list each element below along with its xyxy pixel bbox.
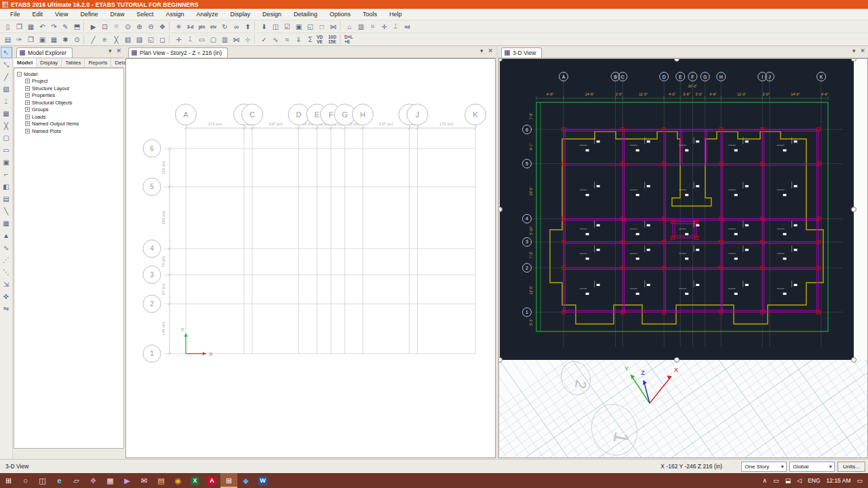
deselect-icon[interactable]: ╳ — [1, 120, 12, 131]
coord-system-select[interactable]: Global ▼ — [789, 462, 835, 472]
building-view-icon[interactable]: ⌂ — [344, 21, 355, 32]
language-indicator[interactable]: ENG — [808, 477, 820, 484]
battery-icon[interactable]: ▭ — [773, 477, 779, 484]
panel-zone-icon[interactable]: ▤ — [1, 193, 12, 205]
wave-icon[interactable]: ∿ — [1, 242, 12, 253]
capture-icon[interactable]: ✑ — [14, 34, 25, 45]
elevation-view-icon[interactable]: elv — [208, 21, 219, 32]
explorer-tab-tables[interactable]: Tables — [62, 58, 85, 67]
plan-view-icon[interactable]: pln — [196, 21, 208, 32]
tree-node-model[interactable]: −Model — [17, 70, 123, 78]
move-down-icon[interactable]: ⬇ — [258, 21, 270, 32]
slab-icon[interactable]: ▢ — [208, 34, 219, 45]
dr-icon[interactable]: ⇲ — [1, 279, 12, 290]
zoom-in-icon[interactable]: ⊕ — [134, 21, 145, 32]
etabs-icon[interactable]: ⊞ — [220, 473, 237, 488]
tree-node-named-output-items[interactable]: +Named Output Items — [25, 121, 123, 128]
zoom-out-icon[interactable]: ⊖ — [145, 21, 157, 32]
draw-slab-icon[interactable]: ▢ — [1, 132, 12, 144]
grid-icon[interactable]: ▦ — [1, 218, 12, 229]
menu-edit[interactable]: Edit — [26, 9, 50, 19]
object-shrink-icon[interactable]: ◫ — [270, 21, 281, 32]
steel-design-icon[interactable]: ⌶ — [184, 34, 196, 45]
tree-node-groups[interactable]: +Groups — [25, 106, 123, 114]
selection-handle[interactable] — [851, 58, 856, 62]
draw-ref-line-icon[interactable]: ╲ — [1, 205, 12, 217]
10d-15e-icon[interactable]: 10D 15E — [328, 34, 339, 45]
task-view-icon[interactable]: ◫ — [34, 473, 51, 488]
deck-icon[interactable]: ▥ — [219, 34, 231, 45]
network-icon[interactable]: ⬓ — [785, 477, 791, 484]
measure-icon[interactable]: ⌗ — [367, 21, 378, 32]
concrete-design-icon[interactable]: ▭ — [196, 34, 208, 45]
plan-view-canvas[interactable]: 172 (in)24 (in)137 (in)54 (in)41 (in)41 … — [125, 58, 496, 458]
reshape-object-icon[interactable]: ⤡ — [1, 59, 12, 70]
run-analysis-icon[interactable]: ▶ — [87, 21, 99, 32]
edge-icon[interactable]: e — [51, 473, 68, 488]
axes-icon[interactable]: ✛ — [378, 21, 390, 32]
chrome-icon[interactable]: ◉ — [170, 473, 186, 488]
cortana-icon[interactable]: ○ — [17, 473, 34, 488]
view3d-tab[interactable]: 3-D View — [501, 47, 542, 58]
draw-opening-icon[interactable]: ◻ — [157, 34, 168, 45]
robot-app-icon[interactable]: ◆ — [237, 473, 254, 488]
display-frames-icon[interactable]: ▣ — [293, 21, 304, 32]
tree-node-structural-objects[interactable]: +Structural Objects — [25, 99, 123, 106]
reference-point-icon[interactable]: ✛ — [173, 34, 184, 45]
quick-wall-icon[interactable]: ▨ — [134, 34, 145, 45]
mail-icon[interactable]: ✉ — [136, 473, 153, 488]
quick-frame-icon[interactable]: ≡ — [99, 34, 111, 45]
check-model-icon[interactable]: ✓ — [258, 34, 270, 45]
tables-icon[interactable]: ▦ — [48, 34, 60, 45]
properties-icon[interactable]: ✱ — [60, 34, 71, 45]
copy-icon[interactable]: ❐ — [25, 34, 37, 45]
draw-poly-icon[interactable]: ⋈ — [328, 21, 339, 32]
select-pointer-icon[interactable]: ↖ — [1, 47, 12, 58]
draw-braces-icon[interactable]: ╳ — [111, 34, 122, 45]
move-up-icon[interactable]: ⬆ — [242, 21, 254, 32]
selection-handle[interactable] — [851, 357, 856, 363]
tree-node-structure-layout[interactable]: +Structure Layout — [25, 85, 123, 92]
spectrum-icon[interactable]: ∿ — [270, 34, 281, 45]
model-explorer-tree[interactable]: −Model+Project+Structure Layout+Properti… — [14, 68, 124, 449]
cad-plan-overlay[interactable]: 4'-6"14'-6"2'-0"11'-0"4'-0"3'-6"3'-0"4'-… — [500, 59, 854, 360]
select-wall-icon[interactable]: ▦ — [1, 108, 12, 119]
section-cut-icon[interactable]: ◧ — [1, 181, 12, 192]
clock[interactable]: 12:15 AM — [827, 477, 851, 484]
draw-rect-icon[interactable]: □ — [316, 21, 328, 32]
notification-icon[interactable]: ▭ — [856, 477, 863, 484]
excel-icon[interactable]: X — [186, 473, 203, 488]
save-icon[interactable]: ▦ — [25, 21, 37, 32]
rotate-view-icon[interactable]: ↻ — [219, 21, 231, 32]
close-icon[interactable]: ✕ — [488, 48, 493, 54]
limits-icon[interactable]: ⌶ — [390, 21, 401, 32]
selection-handle[interactable] — [674, 357, 679, 363]
redo-icon[interactable]: ↷ — [48, 21, 60, 32]
select-frame-icon[interactable]: ⌶ — [1, 96, 12, 107]
flip-icon[interactable]: ⇋ — [1, 303, 12, 314]
menu-file[interactable]: File — [4, 9, 26, 19]
select-window-icon[interactable]: ▧ — [1, 83, 12, 95]
all-stories-icon[interactable]: ⋰ — [1, 254, 12, 266]
pen-icon[interactable]: ✎ — [60, 21, 71, 32]
menu-select[interactable]: Select — [130, 9, 159, 19]
photos-icon[interactable]: ❖ — [85, 473, 102, 488]
menu-analyze[interactable]: Analyze — [190, 9, 224, 19]
set-display-options-icon[interactable]: ☑ — [281, 21, 293, 32]
panel-menu-icon[interactable]: ▾ — [852, 48, 856, 54]
snap-icon[interactable]: ✳ — [173, 21, 184, 32]
close-icon[interactable]: ✕ — [860, 48, 865, 54]
lock-model-icon[interactable]: ⬒ — [71, 21, 83, 32]
open-icon[interactable]: ❐ — [14, 21, 25, 32]
previous-zoom-icon[interactable]: ⊙ — [122, 21, 134, 32]
snap-point-icon[interactable]: ✜ — [1, 291, 12, 302]
snap-mid-icon[interactable]: ⊹ — [242, 34, 254, 45]
view3d-canvas[interactable]: 4'-6"14'-6"2'-0"11'-0"4'-0"3'-6"3'-0"4'-… — [498, 58, 868, 458]
function-icon[interactable]: ≈ — [281, 34, 293, 45]
nd-icon[interactable]: nd — [401, 21, 413, 32]
menu-design[interactable]: Design — [256, 9, 288, 19]
plan-view-tab[interactable]: Plan View - Story2 - Z = 216 (in) — [128, 47, 228, 58]
tree-node-project[interactable]: +Project — [25, 78, 123, 85]
draw-wall-icon[interactable]: ▧ — [122, 34, 134, 45]
menu-view[interactable]: View — [49, 9, 74, 19]
